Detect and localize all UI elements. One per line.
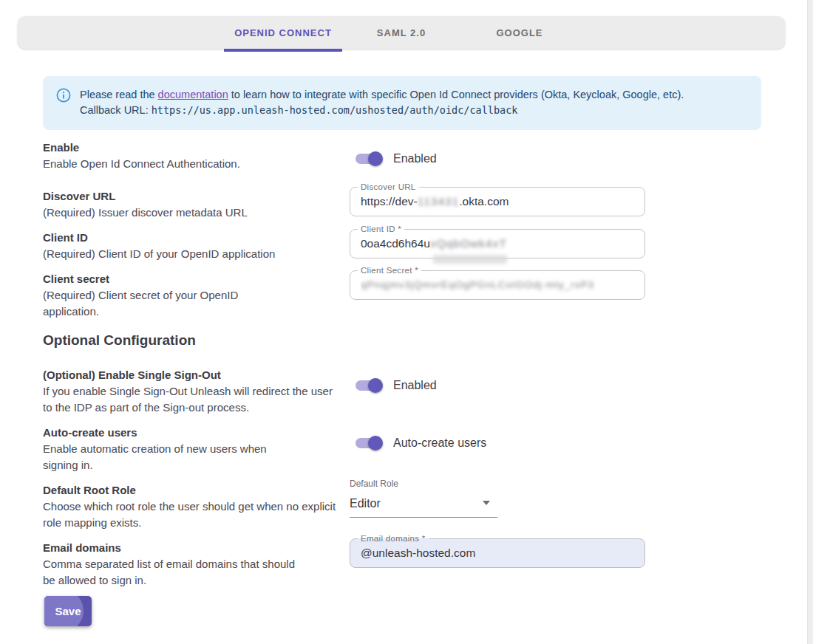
enable-description-block: Enable Enable Open Id Connect Authentica… (43, 140, 340, 172)
client-id-value: 0oa4cd6h64uxQqbOwk4xT (361, 230, 637, 258)
save-button[interactable]: Save (44, 596, 92, 626)
client-id-title: Client ID (43, 230, 340, 246)
info-icon (56, 87, 71, 118)
scrollbar[interactable] (807, 0, 813, 644)
discover-url-title: Discover URL (43, 188, 340, 205)
redacted-text: qPnqjmv3jQmvrEqOgPGnLCoIGOdj-mty_rxP3 (361, 279, 594, 290)
email-domains-title: Email domains (43, 540, 340, 556)
info-banner-text: Please read the documentation to learn h… (80, 87, 684, 118)
auto-create-users-toggle[interactable] (353, 434, 383, 452)
active-tab-indicator (224, 49, 342, 52)
auto-create-toggle-label: Auto-create users (393, 436, 486, 450)
default-role-selected-value: Editor (350, 495, 497, 513)
select-underline (350, 517, 497, 518)
sso-toggle-label: Enabled (393, 379, 437, 392)
email-domains-description-block: Email domains Comma separated list of em… (43, 540, 340, 589)
client-secret-value: qPnqjmv3jQmvrEqOgPGnLCoIGOdj-mty_rxP3 (361, 271, 637, 299)
default-role-select-label: Default Role (350, 479, 497, 489)
tab-openid-connect[interactable]: OPENID CONNECT (224, 16, 342, 49)
enable-title: Enable (43, 140, 340, 156)
client-id-description: (Required) Client ID of your OpenID appl… (43, 246, 340, 262)
default-role-select[interactable]: Default Role Editor (350, 479, 497, 518)
default-role-description: Choose which root role the user should g… (43, 499, 340, 531)
sso-provider-tabbar: OPENID CONNECT SAML 2.0 GOOGLE (18, 16, 785, 49)
redacted-text: xQqbOwk4xT (430, 237, 507, 250)
toggle-thumb (368, 378, 383, 393)
toggle-thumb (368, 436, 383, 451)
tab-label: SAML 2.0 (377, 27, 426, 38)
default-role-description-block: Default Root Role Choose which root role… (43, 482, 340, 531)
auto-create-title: Auto-create users (43, 425, 340, 441)
client-secret-description: (Required) Client secret of your OpenID … (43, 287, 265, 320)
client-secret-description-block: Client secret (Required) Client secret o… (43, 271, 340, 320)
single-sign-out-toggle[interactable] (353, 377, 383, 394)
enable-toggle-row: Enabled (353, 150, 437, 168)
callback-url: https://us.app.unleash-hosted.com/ushost… (152, 104, 518, 116)
banner-text-after: to learn how to integrate with specific … (228, 89, 684, 100)
documentation-link[interactable]: documentation (158, 89, 228, 100)
optional-configuration-heading: Optional Configuration (43, 332, 196, 349)
sso-toggle-row: Enabled (353, 377, 437, 394)
enable-description: Enable Open Id Connect Authentication. (43, 156, 340, 172)
discover-url-field[interactable]: Discover URL https://dev-113431.okta.com (350, 187, 645, 216)
enable-toggle-label: Enabled (393, 152, 437, 165)
redaction-artifact (433, 255, 507, 264)
discover-url-description: (Required) Issuer discover metadata URL (43, 205, 340, 221)
client-id-description-block: Client ID (Required) Client ID of your O… (43, 230, 340, 262)
banner-text-before: Please read the (80, 89, 158, 100)
auto-create-description: Enable automatic creation of new users w… (43, 441, 294, 473)
tab-saml-2-0[interactable]: SAML 2.0 (342, 16, 460, 49)
client-id-field[interactable]: Client ID * 0oa4cd6h64uxQqbOwk4xT (350, 229, 645, 258)
discover-url-description-block: Discover URL (Required) Issuer discover … (43, 188, 340, 221)
auto-create-description-block: Auto-create users Enable automatic creat… (43, 425, 340, 473)
redacted-text: 113431 (418, 195, 460, 208)
chevron-down-icon (483, 501, 490, 505)
sso-description: If you enable Single Sign-Out Unleash wi… (43, 383, 340, 416)
sso-description-block: (Optional) Enable Single Sign-Out If you… (43, 367, 340, 416)
tab-google[interactable]: GOOGLE (460, 16, 579, 49)
info-banner: Please read the documentation to learn h… (43, 76, 761, 130)
client-secret-field[interactable]: Client Secret * qPnqjmv3jQmvrEqOgPGnLCoI… (350, 270, 645, 300)
client-secret-title: Client secret (43, 271, 340, 287)
enable-toggle[interactable] (353, 150, 383, 168)
tab-label: OPENID CONNECT (234, 27, 332, 38)
save-button-label: Save (55, 605, 81, 617)
callback-url-label: Callback URL: (80, 104, 152, 116)
email-domains-description: Comma separated list of email domains th… (43, 556, 298, 589)
auto-create-toggle-row: Auto-create users (353, 434, 486, 452)
sso-title: (Optional) Enable Single Sign-Out (43, 367, 340, 383)
email-domains-field[interactable]: Email domains * @unleash-hosted.com (350, 538, 645, 568)
tab-label: GOOGLE (496, 27, 542, 38)
discover-url-value: https://dev-113431.okta.com (361, 188, 637, 216)
email-domains-value: @unleash-hosted.com (361, 539, 637, 567)
toggle-thumb (368, 151, 383, 166)
default-role-title: Default Root Role (43, 482, 340, 499)
